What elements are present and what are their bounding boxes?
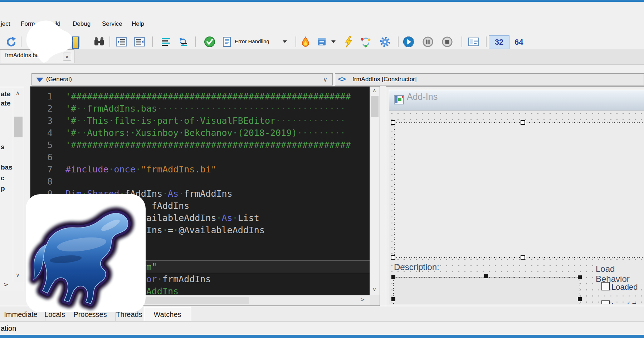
selection-handle[interactable] xyxy=(578,275,582,279)
sidebar-item[interactable]: ate xyxy=(1,99,10,107)
error-handling-doc-icon[interactable] xyxy=(221,36,233,48)
compile-32bit-button[interactable]: 32 xyxy=(489,35,509,49)
code-line: 6 xyxy=(30,151,370,163)
code-line: 4'#··Authors:·Xusinboy·Bekchanov·(2018-2… xyxy=(30,127,370,139)
format-undo-icon[interactable] xyxy=(177,36,189,48)
script-caret-icon[interactable] xyxy=(331,40,336,43)
scrollbar-thumb[interactable] xyxy=(371,96,379,117)
scroll-down-icon[interactable]: ∨ xyxy=(372,286,376,293)
sidebar-item[interactable]: c xyxy=(1,174,5,182)
scroll-right-icon[interactable]: > xyxy=(360,297,365,303)
white-blob-overlay xyxy=(24,19,75,66)
selection-handle[interactable] xyxy=(578,297,582,301)
line-number: 8 xyxy=(30,176,53,188)
form-view-icon[interactable] xyxy=(468,36,479,48)
scroll-down-icon[interactable]: ∨ xyxy=(16,272,20,278)
editor-vertical-scrollbar[interactable]: ∧ ∨ xyxy=(370,87,380,295)
toolbar-separator xyxy=(486,36,487,47)
loaded-checkbox-label[interactable]: Loaded xyxy=(611,283,638,292)
member-combobox[interactable]: <> frmAddIns [Constructor] xyxy=(335,73,644,85)
stop-icon[interactable] xyxy=(441,36,453,48)
line-number: 4 xyxy=(30,127,53,139)
horse-logo-image xyxy=(26,194,146,312)
scroll-up-icon[interactable]: ∧ xyxy=(372,87,376,94)
chevron-down-icon[interactable]: ∨ xyxy=(323,76,327,83)
menu-project[interactable]: ject xyxy=(1,20,10,28)
scope-combobox-value: (General) xyxy=(46,76,72,83)
menu-help[interactable]: Help xyxy=(132,20,144,28)
code-line: 1'######################################… xyxy=(30,90,370,103)
lightning-icon[interactable] xyxy=(343,36,354,48)
load-on-startup-checkbox[interactable] xyxy=(601,300,610,304)
selection-handle[interactable] xyxy=(521,120,525,125)
load-behavior-group-label[interactable]: Load Behavior xyxy=(594,264,644,284)
selection-handle[interactable] xyxy=(521,255,525,260)
format-indent-icon[interactable] xyxy=(160,36,172,48)
code-line-text xyxy=(53,151,65,163)
scrollbar-thumb[interactable] xyxy=(14,117,23,137)
error-handling-label[interactable]: Error Handling xyxy=(235,38,269,44)
sidebar-item[interactable]: bas xyxy=(1,163,13,171)
search-binoculars-icon[interactable] xyxy=(93,36,105,48)
tab-watches[interactable]: Watches xyxy=(144,307,191,322)
sidebar-vertical-scrollbar[interactable]: ∧ ∨ xyxy=(13,89,23,282)
scrollbar-corner xyxy=(370,295,380,305)
selection-handle[interactable] xyxy=(391,297,395,301)
toolbar-separator xyxy=(398,36,399,47)
loaded-checkbox[interactable] xyxy=(601,282,610,290)
code-line-text: '#######################################… xyxy=(53,139,351,151)
sidebar-item[interactable]: ate xyxy=(1,90,10,98)
error-handling-caret-icon[interactable] xyxy=(283,40,287,43)
code-line: 7#include·once·"frmAddIns.bi" xyxy=(30,163,370,176)
toolbar-separator xyxy=(152,36,153,47)
load-on-startup-checkbox-label[interactable]: Load On Startup xyxy=(611,301,644,304)
code-line-text: '#######################################… xyxy=(53,90,351,103)
flame-icon[interactable] xyxy=(300,36,311,48)
project-sidebar: ate ate s bas c p ∧ ∨ > xyxy=(0,87,24,291)
indent-icon[interactable] xyxy=(134,36,145,48)
undo-icon[interactable] xyxy=(5,36,16,48)
statusbar: ation xyxy=(0,321,644,335)
toolbar-separator xyxy=(296,36,296,47)
line-number: 5 xyxy=(30,139,53,151)
description-textbox-control[interactable] xyxy=(394,278,579,304)
description-label[interactable]: Description: xyxy=(394,262,439,272)
menu-service[interactable]: Service xyxy=(102,20,122,28)
play-icon[interactable] xyxy=(403,36,414,48)
refresh-icon[interactable] xyxy=(360,36,371,48)
selection-border xyxy=(394,122,395,258)
scroll-right-icon[interactable]: > xyxy=(4,281,8,288)
sidebar-item[interactable]: s xyxy=(1,143,5,151)
form-designer-panel[interactable]: Add-Ins Description: Load Behavior Loade… xyxy=(386,86,644,306)
code-line: 3'#··This·file·is·part·of·VisualFBEditor… xyxy=(30,115,370,127)
selection-handle[interactable] xyxy=(391,120,395,125)
menu-debug[interactable]: Debug xyxy=(73,20,91,28)
toolbar-separator xyxy=(79,36,80,47)
pause-icon[interactable] xyxy=(422,36,434,48)
form-window-icon xyxy=(394,94,404,107)
script-icon[interactable] xyxy=(316,36,328,48)
code-line-text xyxy=(53,176,65,188)
status-text: ation xyxy=(1,324,16,333)
selection-handle[interactable] xyxy=(391,275,395,279)
line-number: 2 xyxy=(30,103,53,115)
scope-combobox[interactable]: (General) ∨ xyxy=(31,73,333,85)
addins-listview-control[interactable] xyxy=(395,123,644,257)
selection-border xyxy=(394,122,644,123)
code-line: 8 xyxy=(30,176,370,188)
collapse-triangle-icon xyxy=(36,78,43,82)
toolbar-separator xyxy=(195,36,196,47)
visualfbeditor-window: ject Form ild Debug Service Help Error H… xyxy=(0,0,644,338)
gear-icon[interactable] xyxy=(379,36,391,48)
sidebar-item[interactable]: p xyxy=(1,185,5,192)
member-combobox-value: frmAddIns [Constructor] xyxy=(352,76,417,83)
document-tabstrip: frmAddIns.bas × xyxy=(0,49,644,65)
form-design-surface[interactable]: Description: Load Behavior Loaded Load O… xyxy=(389,111,644,304)
toolbar-separator xyxy=(109,36,110,47)
selection-handle[interactable] xyxy=(391,255,395,260)
outdent-icon[interactable] xyxy=(116,36,127,48)
selection-handle[interactable] xyxy=(484,274,488,278)
compile-64bit-button[interactable]: 64 xyxy=(514,38,523,47)
scroll-up-icon[interactable]: ∧ xyxy=(16,90,20,96)
syntax-check-icon[interactable] xyxy=(204,36,215,48)
